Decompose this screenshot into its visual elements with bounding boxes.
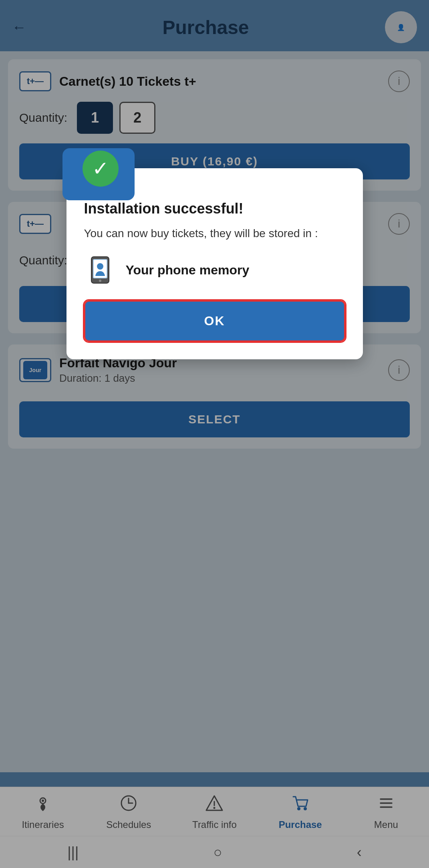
storage-row: Your phone memory: [84, 254, 345, 286]
success-badge: ✓: [83, 151, 119, 187]
svg-point-4: [99, 280, 101, 282]
modal-overlay: ✓ Installation successful! You can now b…: [0, 0, 429, 868]
checkmark-icon: ✓: [92, 157, 109, 180]
storage-label: Your phone memory: [126, 263, 250, 278]
modal-dialog: ✓ Installation successful! You can now b…: [66, 168, 363, 359]
phone-svg: [88, 256, 112, 284]
modal-title: Installation successful!: [84, 200, 345, 217]
svg-point-3: [97, 263, 103, 270]
modal-body: You can now buy tickets, they will be st…: [84, 225, 345, 242]
ok-button[interactable]: OK: [84, 300, 345, 342]
phone-icon: [84, 254, 116, 286]
